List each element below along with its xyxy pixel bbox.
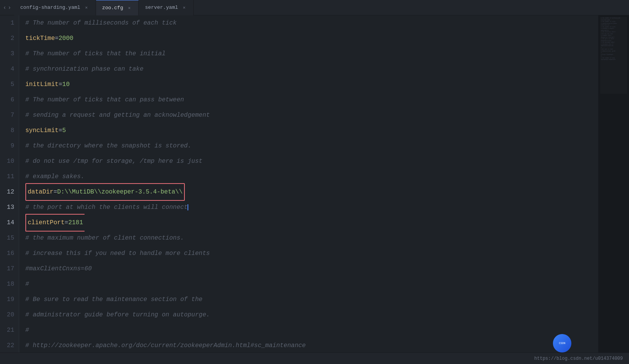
code-line-20: # administrator guide before turning on … [25,307,592,323]
comment-text-19: # Be sure to read the maintenance sectio… [25,292,202,307]
config-equals-2: = [55,31,59,46]
text-cursor [188,204,188,210]
line-number-19: 19 [3,292,14,307]
line-number-10: 10 [3,154,14,169]
comment-text-15: # the maximum number of client connectio… [25,230,184,246]
tab-server-yaml[interactable]: server.yaml ✕ [139,0,194,15]
config-key-8: syncLimit [25,123,58,138]
nav-right-icon[interactable]: › [8,5,11,11]
line-number-15: 15 [3,230,14,246]
nav-arrows[interactable]: ‹ › [0,5,14,11]
code-line-9: # the directory where the snapshot is st… [25,138,592,154]
comment-text-10: # do not use /tmp for storage, /tmp here… [25,154,202,169]
watermark-badge: CSDN [553,334,571,352]
config-key-2: tickTime [25,31,55,46]
partial-highlighted-config-14: clientPort=2181 [25,214,85,232]
config-value-12: D:\\MutiDB\\zookeeper-3.5.4-beta\\ [57,189,183,195]
code-line-22: # http://zookeeper.apache.org/doc/curren… [25,338,592,352]
line-number-21: 21 [3,323,14,338]
comment-text-4: # synchronization phase can take [25,61,143,77]
line-number-18: 18 [3,276,14,292]
tab-zoo-cfg[interactable]: zoo.cfg ✕ [96,0,139,15]
code-line-14: clientPort=2181 [25,215,592,230]
line-number-7: 7 [3,108,14,123]
code-line-12: dataDir=D:\\MutiDB\\zookeeper-3.5.4-beta… [25,184,592,200]
line-number-9: 9 [3,138,14,154]
code-line-17: #maxClientCnxns=60 [25,261,592,276]
close-tab-zoo-cfg-icon[interactable]: ✕ [126,5,132,11]
code-line-1: # The number of milliseconds of each tic… [25,15,592,31]
code-line-4: # synchronization phase can take [25,61,592,77]
comment-text-3: # The number of ticks that the initial [25,46,166,61]
code-content[interactable]: # The number of milliseconds of each tic… [19,15,598,352]
code-line-7: # sending a request and getting an ackno… [25,108,592,123]
comment-text-20: # administrator guide before turning on … [25,307,210,323]
tab-label-config-sharding: config-sharding.yaml [20,5,80,10]
line-number-3: 3 [3,46,14,61]
line-number-12: 12 [3,184,14,200]
config-key-5: initLimit [25,77,58,92]
code-line-15: # the maximum number of client connectio… [25,230,592,246]
close-tab-server-yaml-icon[interactable]: ✕ [181,5,187,11]
nav-left-icon[interactable]: ‹ [3,5,6,11]
comment-text-22: # http://zookeeper.apache.org/doc/curren… [25,338,306,352]
code-line-18: # [25,276,592,292]
line-numbers: 1234567891011121314151617181920212223242… [0,15,19,352]
code-line-3: # The number of ticks that the initial [25,46,592,61]
code-line-19: # Be sure to read the maintenance sectio… [25,292,592,307]
code-line-10: # do not use /tmp for storage, /tmp here… [25,154,592,169]
right-panel: # The number of milliseconds tickTime=20… [598,15,629,352]
code-line-6: # The number of ticks that can pass betw… [25,92,592,108]
config-key-12: dataDir [28,189,53,195]
config-equals-14: = [65,219,68,226]
tab-label-zoo-cfg: zoo.cfg [102,5,123,11]
line-number-20: 20 [3,307,14,323]
line-number-16: 16 [3,246,14,261]
code-line-16: # increase this if you need to handle mo… [25,246,592,261]
comment-text-11: # example sakes. [25,169,85,184]
line-number-6: 6 [3,92,14,108]
bottom-bar: CSDN https://blog.csdn.net/u014374009 [0,352,629,364]
editor-area: 1234567891011121314151617181920212223242… [0,15,629,352]
line-number-4: 4 [3,61,14,77]
comment-text-13: # the port at which the clients will con… [25,200,188,215]
tab-label-server-yaml: server.yaml [145,5,178,10]
comment-text-18: # [25,276,29,292]
line-number-2: 2 [3,31,14,46]
code-line-8: syncLimit=5 [25,123,592,138]
comment-text-16: # increase this if you need to handle mo… [25,246,210,261]
line-number-14: 14 [3,215,14,230]
config-value-5: 10 [62,77,70,92]
config-value-14: 2181 [68,219,83,226]
comment-text-1: # The number of milliseconds of each tic… [25,15,177,31]
code-line-5: initLimit=10 [25,77,592,92]
config-value-8: 5 [62,123,66,138]
code-line-13: # the port at which the clients will con… [25,200,592,215]
comment-text-17: #maxClientCnxns=60 [25,261,92,276]
code-line-21: # [25,323,592,338]
code-line-11: # example sakes. [25,169,592,184]
comment-text-9: # the directory where the snapshot is st… [25,138,191,154]
line-number-11: 11 [3,169,14,184]
tab-bar: ‹ › config-sharding.yaml ✕ zoo.cfg ✕ ser… [0,0,629,15]
tab-config-sharding[interactable]: config-sharding.yaml ✕ [14,0,96,15]
line-number-22: 22 [3,338,14,352]
line-number-1: 1 [3,15,14,31]
config-equals-8: = [58,123,62,138]
bottom-url: https://blog.csdn.net/u014374009 [534,356,623,361]
config-equals-5: = [58,77,62,92]
close-tab-config-sharding-icon[interactable]: ✕ [83,5,90,11]
code-line-2: tickTime=2000 [25,31,592,46]
line-number-5: 5 [3,77,14,92]
highlighted-config-12: dataDir=D:\\MutiDB\\zookeeper-3.5.4-beta… [25,183,185,201]
line-number-17: 17 [3,261,14,276]
comment-text-6: # The number of ticks that can pass betw… [25,92,184,108]
minimap: # The number of milliseconds tickTime=20… [600,17,627,94]
config-equals-12: = [53,189,57,195]
comment-text-7: # sending a request and getting an ackno… [25,108,210,123]
comment-text-21: # [25,323,29,338]
line-number-8: 8 [3,123,14,138]
config-key-14: clientPort [28,219,65,226]
config-value-2: 2000 [58,31,73,46]
line-number-13: 13 [3,200,14,215]
